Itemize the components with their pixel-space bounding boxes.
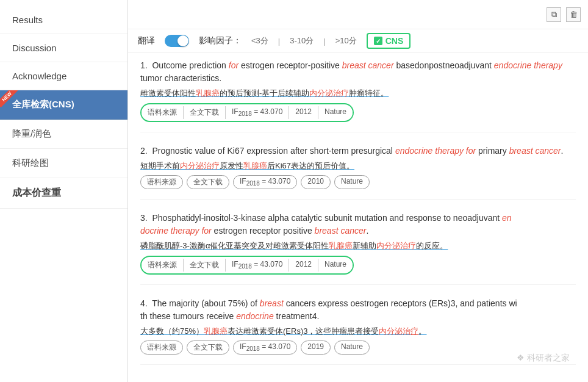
tag-download-3[interactable]: 全文下载 <box>184 259 226 272</box>
filter-lt3[interactable]: <3分 <box>251 35 268 46</box>
impact-label: 影响因子： <box>199 35 242 46</box>
result-tags-1: 语料来源 全文下载 IF2018 = 43.070 2012 Nature <box>140 103 576 122</box>
result-title-cn-4: 大多数（约75%）乳腺癌表达雌激素受体(ERs)3，这些肿瘤患者接受内分泌治疗。 <box>140 325 576 337</box>
copy-icon: ⧉ <box>551 10 557 20</box>
tag-group-3: 语料来源 全文下载 IF2018 = 43.070 2012 Nature <box>140 256 354 275</box>
results-list: 1. Outcome prediction for estrogen recep… <box>128 53 588 382</box>
tag-source-4[interactable]: 语料来源 <box>140 341 183 355</box>
sidebar-item-discussion[interactable]: Discussion <box>0 34 127 62</box>
tag-group-1: 语料来源 全文下载 IF2018 = 43.070 2012 Nature <box>140 103 354 122</box>
tag-journal: Nature <box>318 106 353 119</box>
copy-button[interactable]: ⧉ <box>547 7 561 22</box>
tag-journal-2: Nature <box>334 175 370 189</box>
filter-3to10[interactable]: 3-10分 <box>290 35 314 46</box>
tag-if-2: IF2018 = 43.070 <box>233 175 297 189</box>
sidebar-item-jiangzhong[interactable]: 降重/润色 <box>0 120 127 149</box>
result-title-3: 3. Phosphatidyl-inositol-3-kinase alpha … <box>140 212 576 237</box>
top-bar: ⧉ 🗑 <box>128 0 588 29</box>
tag-if-4: IF2018 = 43.070 <box>233 341 297 355</box>
tag-journal-3: Nature <box>318 259 353 272</box>
filter-sep1: | <box>278 37 280 46</box>
tag-year-2: 2010 <box>301 175 331 189</box>
tag-download-4[interactable]: 全文下载 <box>187 341 229 355</box>
cns-label: CNS <box>385 36 404 46</box>
top-icons: ⧉ 🗑 <box>547 7 581 22</box>
result-title-cn-2: 短期手术前内分泌治疗原发性乳腺癌后Ki67表达的预后价值。 <box>140 160 576 172</box>
sidebar-item-keyan[interactable]: 科研绘图 <box>0 149 127 178</box>
result-tags-4: 语料来源 全文下载 IF2018 = 43.070 2019 Nature <box>140 341 576 355</box>
result-tags-2: 语料来源 全文下载 IF2018 = 43.070 2010 Nature <box>140 175 576 189</box>
filter-gt10[interactable]: >10分 <box>335 35 357 46</box>
cns-checkmark: ✓ <box>374 37 382 45</box>
toggle-knob <box>177 35 188 46</box>
result-item-3: 3. Phosphatidyl-inositol-3-kinase alpha … <box>140 212 576 285</box>
sidebar: Results Discussion Acknowledge NEW 全库检索(… <box>0 0 128 382</box>
result-tags-3: 语料来源 全文下载 IF2018 = 43.070 2012 Nature <box>140 256 576 275</box>
result-item-2: 2. Prognostic value of Ki67 expression a… <box>140 145 576 200</box>
trash-icon: 🗑 <box>570 10 578 19</box>
result-title-4: 4. The majority (about 75%) of breast ca… <box>140 297 576 323</box>
toggle-bg[interactable] <box>165 35 189 47</box>
sidebar-item-results[interactable]: Results <box>0 6 127 34</box>
result-item-4: 4. The majority (about 75%) of breast ca… <box>140 297 576 366</box>
result-item-1: 1. Outcome prediction for estrogen recep… <box>140 59 576 132</box>
main-content: ⧉ 🗑 翻译 影响因子： <3分 | 3-10分 | >10分 ✓ <box>128 0 588 382</box>
new-badge: NEW <box>0 90 20 110</box>
translate-label: 翻译 <box>138 35 155 46</box>
trash-button[interactable]: 🗑 <box>566 7 581 22</box>
tag-source-3[interactable]: 语料来源 <box>142 259 184 272</box>
cns-filter-button[interactable]: ✓ CNS <box>367 33 411 49</box>
sidebar-item-acknowledge[interactable]: Acknowledge <box>0 62 127 90</box>
tag-if: IF2018 = 43.070 <box>226 106 289 119</box>
result-title-1: 1. Outcome prediction for estrogen recep… <box>140 59 576 85</box>
tag-year: 2012 <box>289 106 318 119</box>
tag-source[interactable]: 语料来源 <box>142 106 184 119</box>
filter-sep2: | <box>323 37 325 46</box>
tag-source-2[interactable]: 语料来源 <box>140 175 183 189</box>
result-title-cn-1: 雌激素受体阳性乳腺癌的预后预测-基于后续辅助内分泌治疗肿瘤特征。 <box>140 87 576 99</box>
tag-download-2[interactable]: 全文下载 <box>187 175 229 189</box>
translate-toggle[interactable] <box>165 35 189 47</box>
tag-year-3: 2012 <box>289 259 318 272</box>
sidebar-item-chengben[interactable]: 成本价查重 <box>0 178 127 209</box>
tag-year-4: 2019 <box>301 341 331 355</box>
sidebar-item-quanku[interactable]: NEW 全库检索(CNS) <box>0 90 127 120</box>
tag-download[interactable]: 全文下载 <box>184 106 226 119</box>
filter-bar: 翻译 影响因子： <3分 | 3-10分 | >10分 ✓ CNS <box>128 29 588 53</box>
result-title-cn-3: 磷脂酰肌醇-3-激酶α催化亚基突变及对雌激素受体阳性乳腺癌新辅助内分泌治疗的反应… <box>140 240 576 252</box>
result-title-2: 2. Prognostic value of Ki67 expression a… <box>140 145 576 157</box>
tag-if-3: IF2018 = 43.070 <box>226 259 289 272</box>
tag-journal-4: Nature <box>334 341 370 355</box>
